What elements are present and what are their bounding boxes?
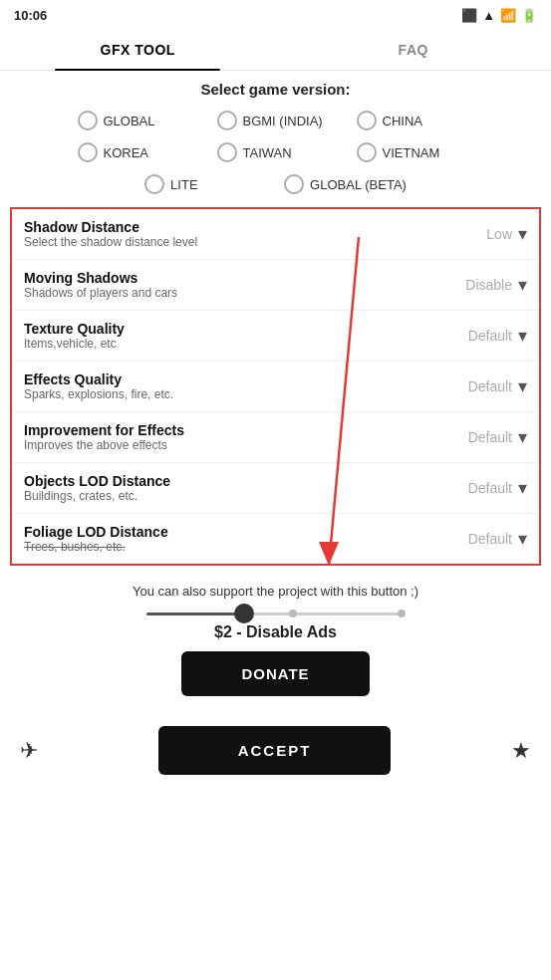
- dropdown-arrow-texture-quality: ▾: [518, 325, 527, 347]
- slider-dot-mid: [289, 610, 297, 617]
- settings-list: Shadow Distance Select the shadow distan…: [10, 207, 541, 566]
- setting-desc-effects-quality: Sparks, explosions, fire, etc.: [24, 387, 437, 401]
- donate-label: $2 - Disable Ads: [16, 623, 535, 641]
- slider-fill: [146, 612, 245, 615]
- setting-name-shadow-distance: Shadow Distance: [24, 219, 437, 235]
- setting-name-foliage-lod: Foliage LOD Distance: [24, 524, 437, 540]
- radio-row-1: GLOBAL BGMI (INDIA) CHINA: [16, 108, 535, 133]
- battery-icon: 🔋: [521, 8, 537, 23]
- setting-row-moving-shadows: Moving Shadows Shadows of players and ca…: [12, 260, 539, 311]
- version-section: Select game version: GLOBAL BGMI (INDIA)…: [0, 71, 551, 203]
- setting-value-moving-shadows: Disable: [465, 277, 512, 293]
- star-icon[interactable]: ★: [511, 738, 531, 764]
- setting-row-improvement-effects: Improvement for Effects Improves the abo…: [12, 412, 539, 463]
- signal-icon: 📶: [500, 8, 516, 23]
- radio-circle-taiwan: [217, 142, 237, 162]
- setting-control-foliage-lod[interactable]: Default ▾: [437, 528, 527, 550]
- radio-label-taiwan: TAIWAN: [243, 145, 292, 160]
- setting-desc-shadow-distance: Select the shadow distance level: [24, 235, 437, 249]
- status-time: 10:06: [14, 8, 47, 23]
- setting-info-improvement-effects: Improvement for Effects Improves the abo…: [24, 422, 437, 452]
- setting-info-texture-quality: Texture Quality Items,vehicle, etc: [24, 321, 437, 351]
- radio-label-global-beta: GLOBAL (BETA): [310, 177, 407, 192]
- bottom-bar: ✈ ACCEPT ★: [0, 716, 551, 785]
- radio-circle-china: [357, 111, 377, 130]
- accept-button[interactable]: ACCEPT: [158, 726, 392, 775]
- setting-info-objects-lod: Objects LOD Distance Buildings, crates, …: [24, 473, 437, 503]
- radio-bgmi[interactable]: BGMI (INDIA): [211, 108, 341, 133]
- support-text: You can also support the project with th…: [16, 584, 535, 599]
- radio-lite[interactable]: LITE: [138, 171, 268, 197]
- status-bar: 10:06 ⬛ ▲ 📶 🔋: [0, 0, 551, 28]
- setting-name-texture-quality: Texture Quality: [24, 321, 437, 337]
- setting-desc-foliage-lod: Trees, bushes, etc.: [24, 540, 437, 554]
- setting-value-effects-quality: Default: [468, 378, 512, 394]
- top-tabs: GFX TOOL FAQ: [0, 28, 551, 71]
- setting-info-moving-shadows: Moving Shadows Shadows of players and ca…: [24, 270, 437, 300]
- radio-label-bgmi: BGMI (INDIA): [243, 114, 323, 128]
- version-title: Select game version:: [16, 81, 535, 98]
- support-section: You can also support the project with th…: [0, 566, 551, 716]
- setting-value-foliage-lod: Default: [468, 531, 512, 547]
- radio-china[interactable]: CHINA: [351, 108, 480, 133]
- radio-label-lite: LITE: [170, 177, 197, 192]
- donate-button[interactable]: DONATE: [181, 651, 369, 696]
- setting-value-objects-lod: Default: [468, 480, 512, 496]
- dropdown-arrow-foliage-lod: ▾: [518, 528, 527, 550]
- send-icon[interactable]: ✈: [20, 738, 38, 764]
- radio-circle-global: [78, 111, 98, 130]
- setting-control-effects-quality[interactable]: Default ▾: [437, 375, 527, 397]
- setting-control-shadow-distance[interactable]: Low ▾: [437, 223, 527, 245]
- setting-name-objects-lod: Objects LOD Distance: [24, 473, 437, 489]
- setting-info-foliage-lod: Foliage LOD Distance Trees, bushes, etc.: [24, 524, 437, 554]
- radio-vietnam[interactable]: VIETNAM: [351, 139, 480, 165]
- radio-circle-bgmi: [217, 111, 237, 130]
- setting-name-moving-shadows: Moving Shadows: [24, 270, 437, 286]
- setting-name-improvement-effects: Improvement for Effects: [24, 422, 437, 438]
- setting-control-improvement-effects[interactable]: Default ▾: [437, 426, 527, 448]
- radio-taiwan[interactable]: TAIWAN: [211, 139, 341, 165]
- setting-info-shadow-distance: Shadow Distance Select the shadow distan…: [24, 219, 437, 249]
- setting-value-shadow-distance: Low: [486, 226, 512, 242]
- dropdown-arrow-improvement-effects: ▾: [518, 426, 527, 448]
- radio-label-vietnam: VIETNAM: [383, 145, 440, 160]
- setting-desc-improvement-effects: Improves the above effects: [24, 438, 437, 452]
- radio-circle-vietnam: [357, 142, 377, 162]
- icon-a: ⬛: [461, 8, 477, 23]
- setting-value-improvement-effects: Default: [468, 429, 512, 445]
- slider-thumb[interactable]: [234, 604, 254, 623]
- setting-desc-texture-quality: Items,vehicle, etc: [24, 337, 437, 351]
- setting-value-texture-quality: Default: [468, 328, 512, 344]
- slider-track[interactable]: [146, 612, 406, 615]
- tab-gfx-tool[interactable]: GFX TOOL: [0, 28, 276, 70]
- radio-circle-lite: [144, 174, 164, 194]
- tab-faq[interactable]: FAQ: [276, 28, 552, 70]
- setting-desc-objects-lod: Buildings, crates, etc.: [24, 489, 437, 503]
- setting-row-objects-lod: Objects LOD Distance Buildings, crates, …: [12, 463, 539, 514]
- slider-container[interactable]: [16, 612, 535, 615]
- status-icons: ⬛ ▲ 📶 🔋: [461, 8, 537, 23]
- radio-row-3: LITE GLOBAL (BETA): [16, 171, 535, 197]
- setting-row-texture-quality: Texture Quality Items,vehicle, etc Defau…: [12, 311, 539, 362]
- radio-grid: GLOBAL BGMI (INDIA) CHINA KOREA TAIWAN: [16, 108, 535, 197]
- setting-control-objects-lod[interactable]: Default ▾: [437, 477, 527, 499]
- dropdown-arrow-objects-lod: ▾: [518, 477, 527, 499]
- radio-circle-korea: [78, 142, 98, 162]
- radio-label-china: CHINA: [383, 114, 422, 128]
- radio-global[interactable]: GLOBAL: [72, 108, 201, 133]
- slider-dot-end: [398, 610, 406, 617]
- setting-row-foliage-lod: Foliage LOD Distance Trees, bushes, etc.…: [12, 514, 539, 564]
- setting-control-moving-shadows[interactable]: Disable ▾: [437, 274, 527, 296]
- setting-name-effects-quality: Effects Quality: [24, 371, 437, 387]
- radio-korea[interactable]: KOREA: [72, 139, 201, 165]
- radio-circle-global-beta: [284, 174, 304, 194]
- dropdown-arrow-effects-quality: ▾: [518, 375, 527, 397]
- setting-control-texture-quality[interactable]: Default ▾: [437, 325, 527, 347]
- setting-row-shadow-distance: Shadow Distance Select the shadow distan…: [12, 209, 539, 260]
- setting-desc-moving-shadows: Shadows of players and cars: [24, 286, 437, 300]
- radio-label-global: GLOBAL: [104, 114, 155, 128]
- radio-global-beta[interactable]: GLOBAL (BETA): [278, 171, 413, 197]
- dropdown-arrow-shadow-distance: ▾: [518, 223, 527, 245]
- radio-row-2: KOREA TAIWAN VIETNAM: [16, 139, 535, 165]
- setting-row-effects-quality: Effects Quality Sparks, explosions, fire…: [12, 362, 539, 412]
